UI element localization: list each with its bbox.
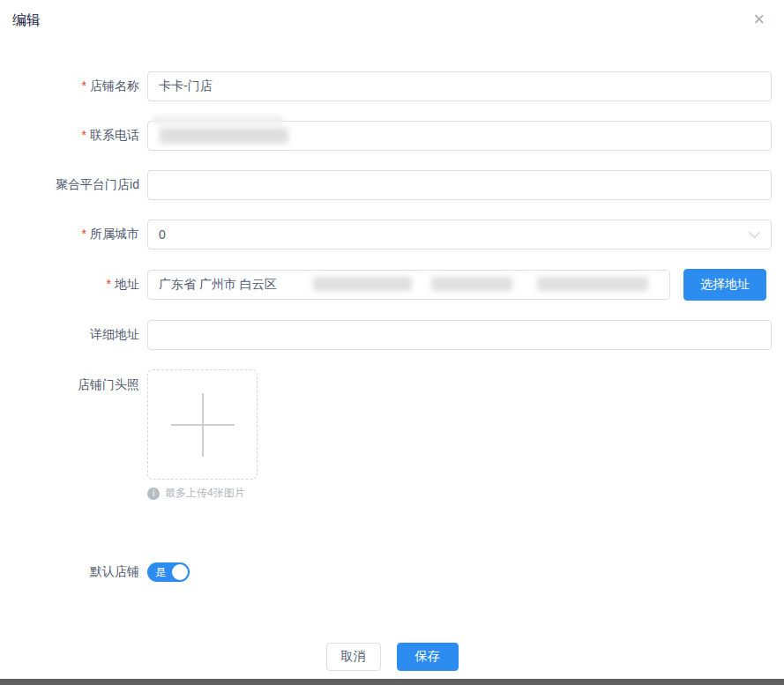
required-asterisk: * bbox=[107, 277, 111, 291]
redaction-blur bbox=[313, 277, 412, 291]
plus-icon bbox=[171, 393, 235, 457]
toggle-knob bbox=[172, 564, 188, 580]
form-row-platform-id: 聚合平台门店id bbox=[0, 170, 784, 200]
form-row-default-store: 默认店铺 是 bbox=[0, 562, 784, 582]
store-name-label-text: 店铺名称 bbox=[90, 78, 139, 93]
address-label-text: 地址 bbox=[115, 277, 139, 291]
platform-id-input[interactable] bbox=[147, 170, 772, 200]
dialog-footer: 取消 保存 bbox=[0, 643, 784, 671]
chevron-down-icon bbox=[749, 227, 760, 238]
store-name-label: *店铺名称 bbox=[0, 78, 139, 94]
choose-address-button[interactable]: 选择地址 bbox=[683, 269, 766, 301]
form-row-detail-address: 详细地址 bbox=[0, 320, 784, 350]
upload-hint-text: 最多上传4张图片 bbox=[165, 486, 245, 501]
photo-upload-box[interactable] bbox=[147, 369, 258, 480]
detail-address-label-text: 详细地址 bbox=[90, 327, 139, 341]
edit-form: *店铺名称 *联系电话 聚合平台门店id bbox=[0, 71, 784, 582]
city-label-text: 所属城市 bbox=[90, 227, 139, 241]
platform-id-label: 聚合平台门店id bbox=[0, 177, 139, 193]
redaction-blur bbox=[160, 128, 288, 144]
default-store-label: 默认店铺 bbox=[0, 564, 139, 580]
city-label: *所属城市 bbox=[0, 227, 139, 242]
form-row-phone: *联系电话 bbox=[0, 121, 784, 151]
dialog-header: 编辑 × bbox=[0, 0, 784, 30]
phone-label-text: 联系电话 bbox=[90, 128, 139, 142]
city-select-value: 0 bbox=[159, 227, 166, 242]
redaction-blur bbox=[153, 115, 283, 124]
required-asterisk: * bbox=[82, 227, 86, 241]
form-row-storefront-photo: 店铺门头照 i 最多上传4张图片 bbox=[0, 369, 784, 501]
storefront-photo-label-text: 店铺门头照 bbox=[78, 377, 139, 391]
detail-address-input[interactable] bbox=[147, 320, 772, 350]
required-asterisk: * bbox=[82, 128, 86, 142]
default-store-label-text: 默认店铺 bbox=[90, 564, 139, 578]
cancel-button[interactable]: 取消 bbox=[326, 643, 381, 671]
platform-id-label-text: 聚合平台门店id bbox=[56, 177, 139, 191]
save-button[interactable]: 保存 bbox=[397, 643, 459, 671]
phone-label: *联系电话 bbox=[0, 128, 139, 144]
storefront-photo-label: 店铺门头照 bbox=[0, 369, 139, 393]
toggle-state-label: 是 bbox=[155, 565, 166, 580]
close-icon[interactable]: × bbox=[748, 11, 770, 28]
required-asterisk: * bbox=[82, 78, 86, 93]
redaction-blur bbox=[431, 277, 512, 291]
form-row-address: *地址 选择地址 bbox=[0, 269, 784, 301]
form-row-store-name: *店铺名称 bbox=[0, 71, 784, 101]
dialog-title: 编辑 bbox=[12, 11, 41, 30]
form-row-city: *所属城市 0 bbox=[0, 220, 784, 249]
detail-address-label: 详细地址 bbox=[0, 327, 139, 343]
redaction-blur bbox=[537, 277, 648, 291]
default-store-toggle[interactable]: 是 bbox=[147, 562, 190, 582]
window-bottom-edge bbox=[0, 679, 784, 685]
city-select[interactable]: 0 bbox=[147, 220, 772, 249]
edit-dialog: 编辑 × *店铺名称 *联系电话 聚合平台门店id bbox=[0, 0, 784, 671]
upload-hint: i 最多上传4张图片 bbox=[147, 486, 245, 501]
address-label: *地址 bbox=[0, 277, 139, 293]
info-icon: i bbox=[147, 488, 160, 500]
store-name-input[interactable] bbox=[147, 71, 772, 101]
